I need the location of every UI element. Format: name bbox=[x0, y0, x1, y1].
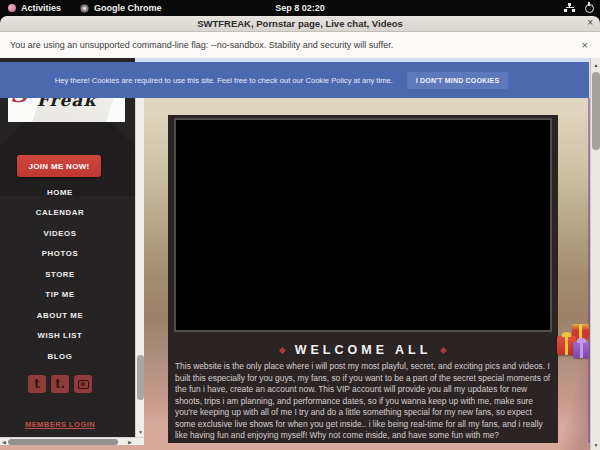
sidebar-item-wish-list[interactable]: WISH LIST bbox=[0, 326, 120, 347]
activities-indicator-icon bbox=[8, 4, 16, 12]
window-title: SWTFREAK, Pornstar page, Live chat, Vide… bbox=[197, 18, 403, 29]
activities-button[interactable]: Activities bbox=[21, 3, 61, 13]
power-icon[interactable] bbox=[585, 4, 594, 13]
twitter-icon[interactable]: t bbox=[28, 375, 46, 393]
sidebar: S Freak JOIN ME NOW! HOME CALENDAR VIDEO… bbox=[0, 58, 135, 445]
main-video[interactable] bbox=[174, 118, 552, 332]
window-title-bar: SWTFREAK, Pornstar page, Live chat, Vide… bbox=[0, 16, 600, 32]
sidebar-item-videos[interactable]: VIDEOS bbox=[0, 223, 120, 244]
window-close-icon[interactable]: × bbox=[587, 17, 593, 28]
network-icon[interactable] bbox=[564, 3, 575, 13]
cookie-accept-button[interactable]: I DON'T MIND COOKIES bbox=[407, 72, 508, 89]
welcome-heading: WELCOME ALL bbox=[295, 343, 432, 357]
page-vertical-scrollbar-thumb[interactable] bbox=[592, 72, 600, 150]
sidebar-menu: HOME CALENDAR VIDEOS PHOTOS STORE TIP ME… bbox=[0, 182, 120, 367]
heading-diamond-left-icon bbox=[279, 346, 286, 353]
cookie-message: Hey there! Cookies are required to use t… bbox=[55, 76, 393, 85]
welcome-heading-row: WELCOME ALL bbox=[168, 343, 558, 357]
main-content-panel: WELCOME ALL This website is the only pla… bbox=[168, 115, 558, 443]
sidebar-item-home[interactable]: HOME bbox=[0, 182, 120, 203]
instagram-icon[interactable] bbox=[74, 375, 92, 393]
page-scroll-down-icon[interactable]: ▼ bbox=[591, 440, 600, 450]
tumblr-icon[interactable]: t. bbox=[51, 375, 69, 393]
app-menu-google-chrome[interactable]: Google Chrome bbox=[94, 3, 162, 13]
sidebar-vertical-scrollbar[interactable]: ▼ bbox=[135, 98, 144, 437]
page-scroll-up-icon[interactable]: ▲ bbox=[591, 60, 600, 70]
cookie-banner: Hey there! Cookies are required to use t… bbox=[0, 62, 589, 98]
members-login-link[interactable]: MEMBERS LOGIN bbox=[0, 420, 120, 429]
sidebar-horizontal-scrollbar[interactable]: ◀ ▶ bbox=[0, 437, 144, 445]
sidebar-scroll-down-icon[interactable]: ▼ bbox=[136, 427, 145, 437]
chrome-infobar: You are using an unsupported command-lin… bbox=[0, 32, 600, 58]
sidebar-scroll-left-icon[interactable]: ◀ bbox=[0, 439, 8, 445]
gift-purple-icon bbox=[573, 342, 589, 358]
chrome-app-icon bbox=[80, 4, 89, 13]
sidebar-item-blog[interactable]: BLOG bbox=[0, 346, 120, 367]
sidebar-scroll-right-icon[interactable]: ▶ bbox=[126, 439, 134, 445]
sidebar-item-tip-me[interactable]: TIP ME bbox=[0, 285, 120, 306]
sidebar-horizontal-scrollbar-thumb[interactable] bbox=[8, 439, 118, 445]
sidebar-item-calendar[interactable]: CALENDAR bbox=[0, 203, 120, 224]
infobar-message: You are using an unsupported command-lin… bbox=[10, 40, 393, 50]
infobar-close-icon[interactable]: × bbox=[582, 39, 588, 51]
sidebar-item-about-me[interactable]: ABOUT ME bbox=[0, 305, 120, 326]
gnome-top-bar: Activities Google Chrome Sep 8 02:20 bbox=[0, 0, 600, 16]
sidebar-item-store[interactable]: STORE bbox=[0, 264, 120, 285]
welcome-paragraph: This website is the only place where i w… bbox=[175, 361, 552, 442]
heading-diamond-right-icon bbox=[440, 346, 447, 353]
sidebar-item-photos[interactable]: PHOTOS bbox=[0, 244, 120, 265]
page-vertical-scrollbar[interactable]: ▲ ▼ bbox=[590, 58, 600, 450]
sidebar-vertical-scrollbar-thumb[interactable] bbox=[137, 355, 144, 400]
instagram-camera-shape bbox=[78, 380, 89, 389]
gifts-widget[interactable] bbox=[556, 322, 592, 372]
social-links: t t. bbox=[0, 375, 120, 393]
join-me-now-button[interactable]: JOIN ME NOW! bbox=[17, 155, 101, 177]
